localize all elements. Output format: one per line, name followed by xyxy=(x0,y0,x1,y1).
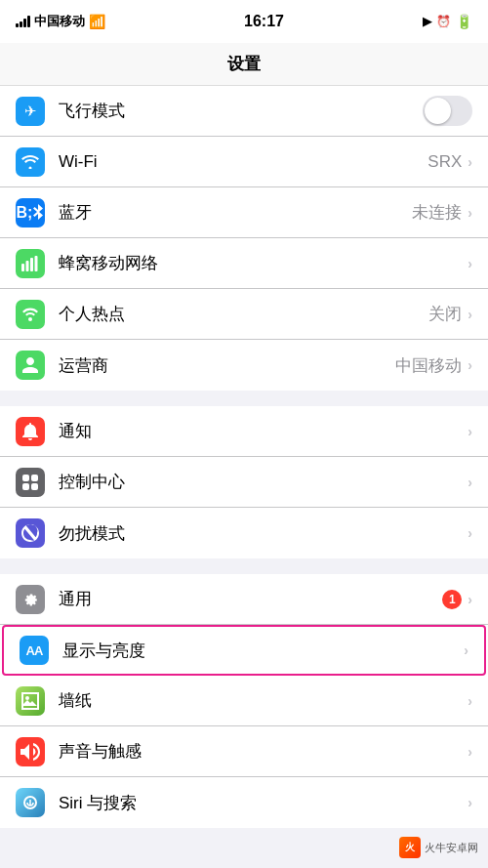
siri-chevron: › xyxy=(468,795,472,810)
row-carrier[interactable]: 运营商 中国移动 › xyxy=(0,340,488,391)
section-network: ✈ 飞行模式 Wi-Fi SRX › Β; xyxy=(0,86,488,391)
watermark-text: 火牛安卓网 xyxy=(425,841,478,855)
svg-rect-3 xyxy=(35,256,38,271)
status-left: 中国移动 📶 xyxy=(16,13,105,30)
general-label: 通用 xyxy=(59,588,442,610)
battery-icon: 🔋 xyxy=(456,14,472,29)
watermark: 火 火牛安卓网 xyxy=(399,837,478,858)
wifi-setting-icon xyxy=(16,147,45,177)
wallpaper-label: 墙纸 xyxy=(59,689,468,712)
location-icon: ▶ xyxy=(423,15,431,28)
section-display: 通用 1 › AA 显示与亮度 › 墙纸 › xyxy=(0,574,488,828)
time-label: 16:17 xyxy=(244,13,284,30)
do-not-disturb-chevron: › xyxy=(468,525,472,541)
svg-rect-5 xyxy=(22,475,29,481)
row-general[interactable]: 通用 1 › xyxy=(0,574,488,625)
display-chevron: › xyxy=(464,642,468,658)
sounds-chevron: › xyxy=(468,744,472,760)
watermark-logo-text: 火 xyxy=(405,841,415,854)
svg-point-9 xyxy=(25,696,29,700)
cellular-icon xyxy=(16,249,45,278)
row-hotspot[interactable]: 个人热点 关闭 › xyxy=(0,289,488,340)
svg-rect-7 xyxy=(22,483,29,490)
svg-rect-8 xyxy=(31,483,38,490)
do-not-disturb-icon xyxy=(16,518,45,548)
hotspot-chevron: › xyxy=(468,307,472,322)
wallpaper-icon xyxy=(16,686,45,716)
cellular-label: 蜂窝移动网络 xyxy=(59,252,468,274)
hotspot-icon xyxy=(16,300,45,329)
nav-bar: 设置 xyxy=(0,43,488,86)
alarm-icon: ⏰ xyxy=(436,15,451,28)
section-divider-1 xyxy=(0,398,488,406)
siri-icon xyxy=(16,788,45,817)
do-not-disturb-label: 勿扰模式 xyxy=(59,522,468,545)
row-wallpaper[interactable]: 墙纸 › xyxy=(0,676,488,726)
hotspot-value: 关闭 xyxy=(428,303,462,325)
section-system: 通知 › 控制中心 › 勿扰模式 › xyxy=(0,406,488,558)
wifi-icon: 📶 xyxy=(89,14,105,29)
svg-point-4 xyxy=(28,317,32,321)
status-bar: 中国移动 📶 16:17 ▶ ⏰ 🔋 xyxy=(0,0,488,43)
row-bluetooth[interactable]: Β; 蓝牙 未连接 › xyxy=(0,187,488,238)
wifi-label: Wi-Fi xyxy=(59,152,427,172)
cellular-chevron: › xyxy=(468,256,472,271)
wifi-chevron: › xyxy=(468,154,472,170)
airplane-label: 飞行模式 xyxy=(59,100,423,122)
row-cellular[interactable]: 蜂窝移动网络 › xyxy=(0,238,488,289)
hotspot-label: 个人热点 xyxy=(59,303,428,325)
svg-rect-2 xyxy=(30,258,33,271)
row-control-center[interactable]: 控制中心 › xyxy=(0,457,488,508)
sounds-icon xyxy=(16,737,45,766)
row-siri[interactable]: Siri 与搜索 › xyxy=(0,777,488,828)
carrier-label: 运营商 xyxy=(59,354,395,377)
section-divider-2 xyxy=(0,566,488,574)
general-chevron: › xyxy=(468,592,472,607)
signal-icon xyxy=(16,16,30,27)
display-label: 显示与亮度 xyxy=(62,640,464,662)
settings-list: ✈ 飞行模式 Wi-Fi SRX › Β; xyxy=(0,86,488,868)
control-center-chevron: › xyxy=(468,475,472,490)
row-sounds[interactable]: 声音与触感 › xyxy=(0,726,488,777)
row-wifi[interactable]: Wi-Fi SRX › xyxy=(0,137,488,187)
carrier-value: 中国移动 xyxy=(395,354,462,377)
wallpaper-chevron: › xyxy=(468,693,472,709)
status-right: ▶ ⏰ 🔋 xyxy=(423,14,472,29)
control-center-label: 控制中心 xyxy=(59,471,468,493)
bluetooth-chevron: › xyxy=(468,205,472,221)
wifi-value: SRX xyxy=(427,152,462,172)
page-title: 设置 xyxy=(227,53,261,75)
svg-rect-1 xyxy=(26,261,29,271)
bluetooth-value: 未连接 xyxy=(412,201,462,224)
control-center-icon xyxy=(16,468,45,497)
sounds-label: 声音与触感 xyxy=(59,740,468,763)
row-display-brightness[interactable]: AA 显示与亮度 › xyxy=(2,625,486,676)
carrier-icon xyxy=(16,351,45,380)
notifications-label: 通知 xyxy=(59,420,468,442)
row-notifications[interactable]: 通知 › xyxy=(0,406,488,457)
bluetooth-label: 蓝牙 xyxy=(59,201,412,224)
watermark-logo: 火 xyxy=(399,837,421,858)
general-badge: 1 xyxy=(442,590,462,609)
general-icon xyxy=(16,585,45,614)
svg-rect-0 xyxy=(21,264,24,271)
row-airplane[interactable]: ✈ 飞行模式 xyxy=(0,86,488,137)
display-icon: AA xyxy=(20,636,49,665)
airplane-toggle[interactable] xyxy=(423,96,472,126)
notifications-chevron: › xyxy=(468,424,472,439)
siri-label: Siri 与搜索 xyxy=(59,792,468,814)
svg-rect-6 xyxy=(31,475,38,481)
carrier-label: 中国移动 xyxy=(34,13,85,30)
toggle-thumb xyxy=(425,98,451,124)
airplane-icon: ✈ xyxy=(16,97,45,126)
notifications-icon xyxy=(16,417,45,446)
bluetooth-icon: Β; xyxy=(16,198,45,227)
row-do-not-disturb[interactable]: 勿扰模式 › xyxy=(0,508,488,558)
carrier-chevron: › xyxy=(468,357,472,373)
